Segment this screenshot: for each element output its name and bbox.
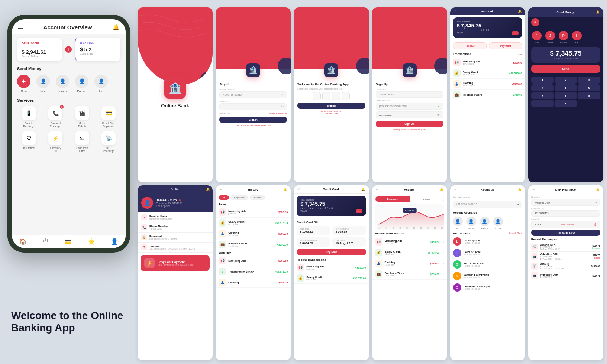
operator-select[interactable]: Watertel DTH ▾ (531, 199, 600, 206)
pay-now-button[interactable]: Pay Now (297, 249, 366, 255)
customer-id-input[interactable]: 3215648421 (531, 210, 600, 217)
edit-icon[interactable]: ✏ (179, 199, 181, 202)
key-4[interactable]: 4 (531, 84, 554, 91)
recharge-contact-patrica[interactable]: 👤 Patrica (480, 217, 490, 230)
resend-link[interactable]: Resend Code (325, 113, 338, 115)
payment-button[interactable]: Payment (489, 42, 522, 49)
contact-lorem[interactable]: L Lorem Ipsum +1 9876 5432 10 (450, 236, 525, 247)
send-contact-john[interactable]: J John (532, 31, 542, 44)
key-0[interactable]: 0 (531, 100, 554, 107)
key-1[interactable]: 1 (531, 77, 554, 84)
profile-nav-icon[interactable]: 👤 (111, 238, 118, 245)
electricity-icon[interactable]: ⚡ (48, 131, 62, 145)
recharge-contact-james[interactable]: 👤 James (466, 217, 476, 230)
recharge-back-arrow[interactable]: ← (454, 188, 457, 191)
star-nav-icon[interactable]: ⭐ (88, 238, 95, 245)
cashback-icon[interactable]: 🏷 (75, 131, 89, 145)
cc-menu-icon[interactable]: ☰ (297, 188, 300, 191)
add-account-button[interactable]: + (65, 46, 72, 53)
email-field-item[interactable]: ✉ Email Address jamesmith@gmail.com › (138, 212, 213, 222)
phone-field-item[interactable]: 📞 Phone Number +1 555-3253 › (138, 222, 213, 233)
service-postpaid[interactable]: 📞 1 PostpaidRecharge (44, 106, 68, 128)
send-back-arrow[interactable]: ← (532, 10, 535, 14)
send-contact-james[interactable]: J James (545, 31, 555, 44)
home-nav-icon[interactable]: 🏠 (19, 238, 27, 245)
dashboard-bell-icon[interactable]: 🔔 (518, 10, 522, 13)
signup-button[interactable]: Sign Up (376, 121, 443, 127)
service-dth[interactable]: 📡 DTHRecharge (97, 131, 121, 153)
transactions-more[interactable]: ••• (518, 52, 522, 56)
tab-income-activity[interactable]: Income (410, 196, 444, 202)
history-back-arrow[interactable]: ← (219, 188, 223, 191)
otp-box-3[interactable] (332, 92, 340, 100)
easy-payment-banner[interactable]: ⚡ Easy Fast Payment New Payment options … (141, 255, 210, 271)
service-cashback[interactable]: 🏷 CashbackOffer (70, 131, 94, 153)
bank-card-xyz[interactable]: XYZ BAN $ 5,2 Current Bal (75, 38, 120, 61)
key-backspace[interactable]: × (555, 100, 577, 107)
activity-back-arrow[interactable]: ← (376, 188, 379, 191)
movie-icon[interactable]: 🎬 (75, 106, 89, 120)
fullname-input[interactable]: James Smith (376, 91, 443, 98)
lin-avatar[interactable]: 👤 (94, 75, 108, 88)
dth-icon[interactable]: 📡 (101, 131, 116, 145)
patrica-avatar[interactable]: 👤 (75, 75, 88, 88)
send-contact-patrica[interactable]: P Patrica (559, 31, 568, 44)
service-credit-card[interactable]: 💳 Credit CardPayments (97, 106, 121, 128)
recharge-contact-linda[interactable]: 👤 Linda (493, 217, 503, 230)
otp-box-2[interactable] (322, 92, 330, 100)
credit-card-icon[interactable]: 💳 (101, 106, 116, 120)
new-contact-btn[interactable]: + (17, 75, 30, 88)
bell-icon[interactable]: 🔔 (112, 24, 120, 31)
key-3[interactable]: 3 (578, 77, 600, 84)
recharge-now-button[interactable]: Recharge Now (531, 230, 600, 236)
tab-expenses-activity[interactable]: Expenses (375, 196, 410, 202)
postpaid-icon[interactable]: 📞 1 (48, 106, 62, 120)
delete-icon[interactable]: 🗑 (594, 223, 597, 226)
contact-commodo[interactable]: C Commodo Consequat +1 9876 5432 10 (450, 282, 525, 293)
activity-bell-icon[interactable]: 🔔 (440, 188, 443, 191)
tab-income[interactable]: Income (250, 195, 265, 200)
address-field-item[interactable]: 📍 Address 123 Street Name, City, State, … (138, 243, 213, 253)
james-avatar[interactable]: 👤 (56, 75, 69, 88)
insurance-icon[interactable]: 🛡 (22, 131, 36, 145)
service-prepaid[interactable]: 📱 PrepaidRecharge (17, 106, 41, 128)
send-button[interactable]: Send (531, 65, 600, 73)
recharge-contact-john[interactable]: 👤 John (453, 217, 463, 230)
hamburger-menu[interactable] (18, 26, 23, 29)
see-all-link[interactable]: See All Plans (509, 232, 522, 235)
key-2[interactable]: 2 (555, 77, 577, 84)
service-insurance[interactable]: 🛡 Insurance (17, 131, 41, 153)
otp-signin-button[interactable]: Sign In (297, 103, 365, 109)
mobile-input[interactable]: +1 98765 43210 ✓ (219, 91, 287, 98)
service-movie[interactable]: 🎬 MovieTickets (70, 106, 94, 128)
send-john[interactable]: 👤 John (36, 75, 50, 93)
cc-bell-icon[interactable]: 🔔 (361, 188, 365, 191)
forgot-link[interactable]: Forgot Password? (269, 112, 287, 114)
send-james[interactable]: 👤 James (56, 75, 69, 93)
john-avatar[interactable]: 👤 (36, 75, 50, 88)
signin-link[interactable]: Sign In (419, 129, 426, 131)
receive-button[interactable]: Receive (453, 42, 487, 49)
profile-back-arrow[interactable]: ← (141, 188, 143, 191)
contact-dolor[interactable]: D Dolor Sit Amet +1 9876 5432 10 (450, 247, 525, 259)
signup-eye-icon[interactable]: 👁 (437, 113, 440, 117)
dth-back-arrow[interactable]: ← (532, 188, 535, 191)
see-all-plans-link[interactable]: See All Plans (561, 224, 574, 226)
dth-bell-icon[interactable]: 🔔 (596, 188, 600, 191)
key-5[interactable]: 5 (555, 84, 577, 91)
create-link[interactable]: Create One (259, 124, 271, 127)
send-contact-lin[interactable]: L Lin (572, 31, 582, 44)
signin-button[interactable]: Sign In (219, 117, 287, 123)
key-8[interactable]: 8 (555, 92, 577, 99)
key-6[interactable]: 6 (578, 84, 600, 91)
send-lin[interactable]: 👤 Lin (94, 75, 108, 93)
recharge-bell-icon[interactable]: 🔔 (518, 188, 522, 191)
history-bell-icon[interactable]: 🔔 (283, 188, 287, 191)
send-new[interactable]: + New (17, 75, 30, 93)
bank-card-abc[interactable]: ABC BANK ••• $ 2,941.61 Current Balance (17, 38, 62, 61)
password-input[interactable]: •••••••••••• 👁 (219, 103, 287, 110)
tab-all[interactable]: All (219, 195, 229, 200)
contact-nostrud[interactable]: N Nostrud Exercitation +1 9876 5432 10 (450, 270, 525, 282)
eye-icon[interactable]: 👁 (281, 105, 284, 108)
email-input[interactable]: jamessmith@email.com ✓ (376, 103, 443, 110)
